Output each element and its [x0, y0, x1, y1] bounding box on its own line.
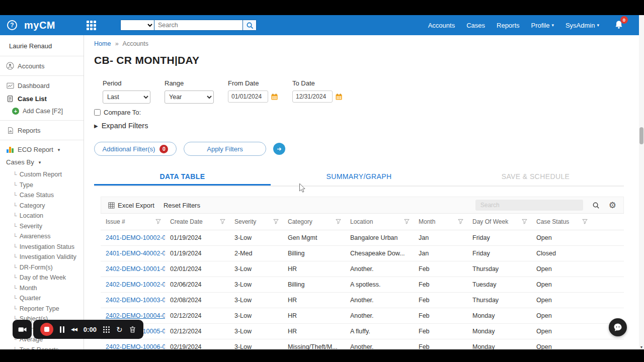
cell-spacer [592, 277, 624, 293]
sidebar-tree-severity[interactable]: └Severity [0, 221, 84, 232]
from-date-input[interactable] [228, 90, 268, 103]
sidebar-tree-quarter[interactable]: └Quarter [0, 293, 84, 304]
tab-data-table[interactable]: DATA TABLE [94, 168, 271, 186]
filter-funnel-icon[interactable] [522, 219, 527, 226]
sidebar-item-eco-report[interactable]: ECO Report ▾ [0, 143, 84, 156]
calendar-icon[interactable] [335, 93, 343, 101]
table-row[interactable]: 2401-DEMO-10002-01 01/19/2024 3-Low Gen … [101, 230, 624, 246]
table-row[interactable]: 2402-DEMO-10005-01 02/12/2024 3-Low HR A… [101, 324, 624, 339]
filter-funnel-icon[interactable] [458, 219, 463, 226]
sidebar-tree-category[interactable]: └Category [0, 201, 84, 211]
filter-funnel-icon[interactable] [582, 219, 588, 226]
nav-cases[interactable]: Cases [466, 22, 485, 29]
nav-reports[interactable]: Reports [497, 22, 520, 29]
search-scope-select[interactable] [120, 20, 154, 31]
column-header-location[interactable]: Location [345, 214, 414, 230]
issue-link[interactable]: 2401-DEMO-40002-01 [106, 250, 165, 257]
apply-filters-button[interactable]: Apply Filters [184, 142, 266, 156]
restart-button[interactable]: ↻ [116, 326, 123, 333]
issue-link[interactable]: 2402-DEMO-10001-01 [106, 265, 165, 273]
rewind-button[interactable]: ◀◀ [71, 327, 77, 332]
camera-button[interactable] [13, 320, 32, 339]
sidebar-item-case-list[interactable]: Case List [0, 92, 84, 105]
sidebar-item-cases-by[interactable]: Cases By ▾ [0, 156, 84, 168]
nav-profile[interactable]: Profile▾ [531, 22, 554, 29]
to-date-input[interactable] [292, 90, 333, 103]
grid-button[interactable] [103, 326, 110, 333]
additional-filters-button[interactable]: Additional Filter(s) 0 [94, 142, 177, 156]
sidebar-item-reports[interactable]: Reports [0, 124, 84, 137]
reset-filters-button[interactable]: Reset Filters [164, 202, 200, 209]
sidebar-tree-type[interactable]: └Type [0, 180, 84, 191]
sidebar-tree-top-5-reports[interactable]: └Top 5 Reports [0, 345, 84, 350]
issue-link[interactable]: 2402-DEMO-10002-01 [106, 281, 165, 288]
filter-funnel-icon[interactable] [155, 219, 161, 226]
settings-gear-icon[interactable]: ⚙ [609, 201, 616, 210]
column-header-issue[interactable]: Issue # [101, 214, 165, 230]
table-row[interactable]: 2402-DEMO-10002-01 02/06/2024 3-Low Bill… [101, 277, 624, 293]
scrollbar-thumb[interactable] [639, 127, 643, 144]
excel-export-button[interactable]: Excel Export [108, 202, 154, 209]
sidebar-item-accounts[interactable]: Accounts [0, 59, 84, 72]
period-label: Period [103, 79, 150, 87]
expand-filters-toggle[interactable]: ▶ Expand Filters [94, 122, 148, 130]
column-header-create-date[interactable]: Create Date [165, 214, 229, 230]
table-search-input[interactable] [475, 200, 583, 211]
chat-widget-button[interactable] [609, 318, 627, 336]
issue-link[interactable]: 2402-DEMO-10004-01 [106, 312, 165, 319]
sidebar-tree-awareness[interactable]: └Awareness [0, 231, 84, 242]
help-icon[interactable]: ? [7, 20, 17, 30]
notifications-bell-icon[interactable]: 0 [614, 20, 625, 31]
page-scrollbar[interactable]: ▼ [639, 15, 644, 349]
column-header-severity[interactable]: Severity [229, 214, 283, 230]
range-select[interactable]: Year [165, 90, 214, 104]
pause-button[interactable] [60, 326, 64, 333]
filter-funnel-icon[interactable] [404, 219, 410, 226]
table-row[interactable]: 2402-DEMO-10004-01 02/12/2024 3-Low HR A… [101, 308, 624, 324]
issue-link[interactable]: 2402-DEMO-10003-01 [106, 297, 165, 304]
column-header-category[interactable]: Category [283, 214, 345, 230]
breadcrumb-home-link[interactable]: Home [94, 40, 111, 47]
sidebar-item-dashboard[interactable]: Dashboard [0, 79, 84, 92]
sidebar-tree-dr-forms[interactable]: └DR-Form(s) [0, 262, 84, 273]
tab-summary-graph[interactable]: SUMMARY/GRAPH [271, 168, 447, 186]
compare-to-checkbox[interactable]: Compare To: [94, 109, 141, 116]
sidebar-tree-location[interactable]: └Location [0, 211, 84, 221]
filter-funnel-icon[interactable] [220, 219, 225, 226]
table-row[interactable]: 2402-DEMO-10001-01 02/01/2024 3-Low HR A… [101, 261, 624, 277]
search-button[interactable] [243, 20, 257, 31]
global-search-input[interactable] [154, 20, 243, 31]
sidebar-tree-reporter-type[interactable]: └Reporter Type [0, 304, 84, 314]
tab-save-schedule[interactable]: SAVE & SCHEDULE [447, 168, 624, 186]
compare-checkbox-input[interactable] [94, 109, 101, 116]
go-button[interactable] [273, 143, 285, 155]
table-row[interactable]: 2401-DEMO-40002-01 01/19/2024 2-Med Bill… [101, 246, 624, 261]
period-select[interactable]: Last [103, 90, 150, 104]
sidebar-item-add-case[interactable]: + Add Case [F2] [0, 105, 84, 117]
nav-sysadmin[interactable]: SysAdmin▾ [566, 22, 599, 29]
table-row[interactable]: 2402-DEMO-10003-01 02/08/2024 3-Low HR A… [101, 293, 624, 308]
sidebar-tree-investigation-status[interactable]: └Investigation Status [0, 242, 84, 252]
sidebar-tree-case-status[interactable]: └Case Status [0, 190, 84, 201]
sidebar-tree-month[interactable]: └Month [0, 283, 84, 294]
sidebar-tree-custom-report[interactable]: └Custom Report [0, 169, 84, 180]
sidebar-tree-investigation-validity[interactable]: └Investigation Validity [0, 252, 84, 262]
stop-record-button[interactable] [40, 323, 53, 336]
column-header-month[interactable]: Month [414, 214, 467, 230]
issue-link[interactable]: 2402-DEMO-10006-01 [106, 343, 165, 349]
delete-recording-button[interactable] [129, 326, 136, 333]
column-header-day-of-week[interactable]: Day Of Week [467, 214, 531, 230]
tree-branch-icon: └ [13, 223, 17, 229]
filter-funnel-icon[interactable] [273, 219, 279, 226]
table-row[interactable]: 2402-DEMO-10006-01 02/19/2024 3-Low Miss… [101, 339, 624, 350]
issue-link[interactable]: 2401-DEMO-10002-01 [106, 234, 165, 241]
calendar-icon[interactable] [271, 93, 278, 101]
spreadsheet-icon [108, 202, 115, 209]
sidebar-tree-day-of-week[interactable]: └Day of the Week [0, 273, 84, 283]
nav-accounts[interactable]: Accounts [428, 22, 455, 29]
filter-funnel-icon[interactable] [336, 219, 341, 226]
scrollbar-down-arrow-icon[interactable]: ▼ [639, 345, 644, 349]
apps-grid-icon[interactable] [87, 21, 96, 30]
column-header-case-status[interactable]: Case Status [531, 214, 592, 230]
table-search-icon[interactable] [592, 202, 600, 209]
